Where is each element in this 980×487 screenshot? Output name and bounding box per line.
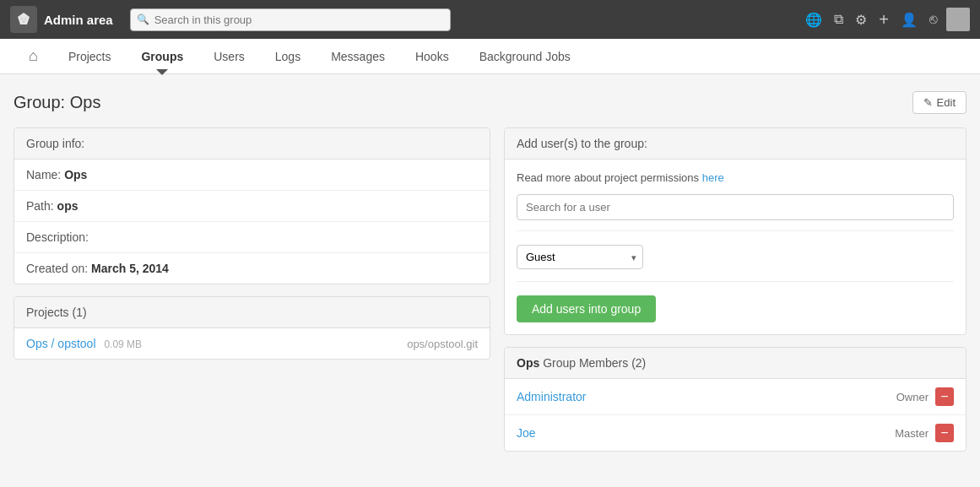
search-bar: 🔍 bbox=[130, 8, 451, 31]
subnav-projects[interactable]: Projects bbox=[53, 40, 127, 73]
plus-icon[interactable]: + bbox=[875, 7, 892, 33]
divider bbox=[517, 230, 954, 231]
remove-member-administrator-button[interactable]: − bbox=[935, 387, 954, 406]
subnav-logs[interactable]: Logs bbox=[260, 40, 316, 73]
logo bbox=[10, 6, 37, 33]
group-info-body: Name: Ops Path: ops Description: Created… bbox=[14, 160, 490, 284]
member-role-joe: Master bbox=[895, 427, 929, 440]
group-created-row: Created on: March 5, 2014 bbox=[14, 253, 490, 284]
add-users-header: Add user(s) to the group: bbox=[505, 128, 966, 160]
project-git: ops/opstool.git bbox=[407, 338, 478, 350]
subnav-home[interactable]: ⌂ bbox=[14, 37, 53, 75]
user-icon[interactable]: 👤 bbox=[897, 8, 921, 31]
avatar[interactable] bbox=[946, 8, 970, 31]
brand-label: Admin area bbox=[44, 13, 113, 27]
group-info-header: Group info: bbox=[14, 128, 490, 160]
subnav-hooks[interactable]: Hooks bbox=[400, 40, 464, 73]
member-row-joe: Joe Master − bbox=[505, 415, 966, 451]
project-row: Ops / opstool 0.09 MB ops/opstool.git bbox=[14, 328, 490, 359]
subnav-background-jobs[interactable]: Background Jobs bbox=[464, 40, 586, 73]
projects-panel: Projects (1) Ops / opstool 0.09 MB ops/o… bbox=[14, 296, 490, 360]
subnav-users[interactable]: Users bbox=[198, 40, 260, 73]
signout-icon[interactable]: ⎋ bbox=[926, 8, 941, 30]
left-column: Group info: Name: Ops Path: ops Descript… bbox=[14, 127, 490, 360]
edit-button[interactable]: ✎ Edit bbox=[912, 91, 966, 114]
page-header: Group: Ops ✎ Edit bbox=[14, 91, 966, 114]
edit-icon: ✎ bbox=[923, 96, 933, 109]
subnav-groups[interactable]: Groups bbox=[126, 40, 198, 73]
projects-panel-body: Ops / opstool 0.09 MB ops/opstool.git bbox=[14, 328, 490, 359]
member-role-area-administrator: Owner − bbox=[896, 387, 954, 406]
member-role-area-joe: Master − bbox=[895, 424, 954, 442]
member-row-administrator: Administrator Owner − bbox=[505, 379, 966, 415]
group-members-header: Ops Group Members (2) bbox=[505, 348, 966, 379]
group-description-row: Description: bbox=[14, 222, 490, 253]
group-path-row: Path: ops bbox=[14, 191, 490, 222]
project-name-area: Ops / opstool 0.09 MB bbox=[26, 337, 142, 350]
brand-link[interactable]: Admin area bbox=[10, 6, 113, 33]
role-select-row: Guest Reporter Developer Master Owner ▾ bbox=[517, 245, 954, 269]
divider2 bbox=[517, 281, 954, 282]
member-link-administrator[interactable]: Administrator bbox=[517, 390, 586, 403]
search-icon: 🔍 bbox=[137, 14, 149, 25]
role-select-wrapper: Guest Reporter Developer Master Owner ▾ bbox=[517, 245, 643, 269]
group-members-panel: Ops Group Members (2) Administrator Owne… bbox=[504, 347, 966, 452]
add-users-panel: Add user(s) to the group: Read more abou… bbox=[504, 127, 966, 335]
search-user-input[interactable] bbox=[517, 194, 954, 220]
project-size: 0.09 MB bbox=[104, 338, 142, 350]
member-role-administrator: Owner bbox=[896, 391, 929, 403]
group-members-body: Administrator Owner − Joe Master − bbox=[505, 379, 966, 451]
two-column-layout: Group info: Name: Ops Path: ops Descript… bbox=[14, 127, 966, 452]
right-column: Add user(s) to the group: Read more abou… bbox=[504, 127, 966, 452]
role-select[interactable]: Guest Reporter Developer Master Owner bbox=[517, 245, 643, 269]
remove-member-joe-button[interactable]: − bbox=[935, 424, 954, 442]
member-link-joe[interactable]: Joe bbox=[517, 426, 536, 440]
subnav: ⌂ Projects Groups Users Logs Messages Ho… bbox=[0, 39, 980, 74]
project-link[interactable]: Ops / opstool bbox=[26, 337, 96, 350]
projects-panel-header: Projects (1) bbox=[14, 297, 490, 328]
page-content: Group: Ops ✎ Edit Group info: Name: Ops … bbox=[0, 74, 980, 468]
copy-icon[interactable]: ⧉ bbox=[831, 8, 847, 30]
add-users-button[interactable]: Add users into group bbox=[517, 295, 656, 322]
search-input[interactable] bbox=[130, 8, 451, 31]
navbar-icons: 🌐 ⧉ ⚙ + 👤 ⎋ bbox=[802, 7, 970, 33]
globe-icon[interactable]: 🌐 bbox=[802, 8, 826, 31]
add-users-body: Read more about project permissions here… bbox=[505, 160, 966, 334]
permission-text: Read more about project permissions here bbox=[517, 171, 954, 184]
permission-link[interactable]: here bbox=[702, 171, 724, 184]
subnav-messages[interactable]: Messages bbox=[316, 40, 400, 73]
group-info-panel: Group info: Name: Ops Path: ops Descript… bbox=[14, 127, 490, 284]
gear-icon[interactable]: ⚙ bbox=[852, 8, 870, 31]
top-navbar: Admin area 🔍 🌐 ⧉ ⚙ + 👤 ⎋ bbox=[0, 0, 980, 39]
page-title: Group: Ops bbox=[14, 93, 100, 112]
group-name-row: Name: Ops bbox=[14, 160, 490, 191]
